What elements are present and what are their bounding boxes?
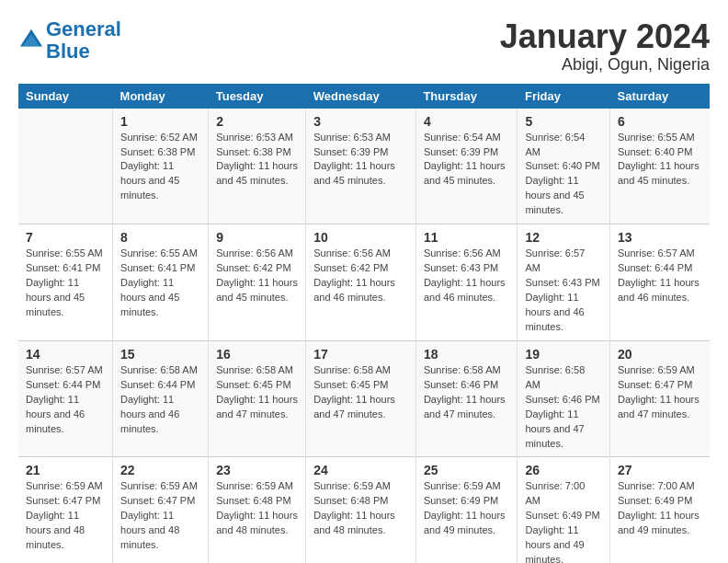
day-number: 3 bbox=[313, 114, 408, 129]
header-day-thursday: Thursday bbox=[415, 84, 518, 109]
cell-info: Sunrise: 6:54 AMSunset: 6:39 PMDaylight:… bbox=[424, 131, 510, 190]
day-number: 13 bbox=[618, 230, 702, 245]
calendar-cell: 2Sunrise: 6:53 AMSunset: 6:38 PMDaylight… bbox=[209, 109, 306, 224]
calendar-cell: 20Sunrise: 6:59 AMSunset: 6:47 PMDayligh… bbox=[610, 340, 711, 457]
week-row-1: 7Sunrise: 6:55 AMSunset: 6:41 PMDaylight… bbox=[18, 224, 710, 341]
day-number: 21 bbox=[26, 463, 105, 477]
day-number: 8 bbox=[120, 230, 200, 245]
week-row-0: 1Sunrise: 6:52 AMSunset: 6:38 PMDaylight… bbox=[18, 109, 710, 224]
cell-info: Sunrise: 6:59 AMSunset: 6:47 PMDaylight:… bbox=[120, 479, 200, 553]
day-number: 11 bbox=[424, 230, 510, 245]
header-day-friday: Friday bbox=[518, 84, 610, 109]
cell-info: Sunrise: 6:58 AMSunset: 6:46 PMDaylight:… bbox=[525, 363, 602, 452]
day-number: 25 bbox=[424, 463, 510, 477]
calendar-cell: 15Sunrise: 6:58 AMSunset: 6:44 PMDayligh… bbox=[113, 340, 209, 457]
cell-info: Sunrise: 6:55 AMSunset: 6:40 PMDaylight:… bbox=[618, 131, 702, 190]
cell-info: Sunrise: 6:52 AMSunset: 6:38 PMDaylight:… bbox=[120, 131, 200, 204]
page-header: General Blue January 2024 Abigi, Ogun, N… bbox=[18, 18, 710, 75]
title-block: January 2024 Abigi, Ogun, Nigeria bbox=[500, 18, 710, 75]
day-number: 18 bbox=[424, 347, 510, 362]
calendar-cell: 4Sunrise: 6:54 AMSunset: 6:39 PMDaylight… bbox=[415, 109, 518, 224]
cell-info: Sunrise: 6:57 AMSunset: 6:44 PMDaylight:… bbox=[26, 363, 105, 437]
cell-info: Sunrise: 6:55 AMSunset: 6:41 PMDaylight:… bbox=[26, 247, 105, 320]
week-row-3: 21Sunrise: 6:59 AMSunset: 6:47 PMDayligh… bbox=[18, 457, 710, 563]
cell-info: Sunrise: 6:54 AMSunset: 6:40 PMDaylight:… bbox=[525, 131, 602, 219]
calendar-cell: 6Sunrise: 6:55 AMSunset: 6:40 PMDaylight… bbox=[610, 109, 711, 224]
day-number: 15 bbox=[120, 347, 200, 362]
calendar-cell: 26Sunrise: 7:00 AMSunset: 6:49 PMDayligh… bbox=[518, 457, 610, 563]
calendar-cell: 24Sunrise: 6:59 AMSunset: 6:48 PMDayligh… bbox=[306, 457, 416, 563]
calendar-cell: 18Sunrise: 6:58 AMSunset: 6:46 PMDayligh… bbox=[415, 340, 518, 457]
day-number: 24 bbox=[313, 463, 408, 477]
cell-info: Sunrise: 6:57 AMSunset: 6:43 PMDaylight:… bbox=[525, 247, 602, 335]
cell-info: Sunrise: 6:56 AMSunset: 6:42 PMDaylight:… bbox=[313, 247, 408, 305]
calendar-cell: 16Sunrise: 6:58 AMSunset: 6:45 PMDayligh… bbox=[209, 340, 306, 457]
cell-info: Sunrise: 7:00 AMSunset: 6:49 PMDaylight:… bbox=[525, 479, 602, 563]
calendar-cell: 1Sunrise: 6:52 AMSunset: 6:38 PMDaylight… bbox=[113, 109, 209, 224]
header-day-monday: Monday bbox=[113, 84, 209, 109]
day-number: 23 bbox=[216, 463, 298, 477]
page-subtitle: Abigi, Ogun, Nigeria bbox=[500, 55, 710, 75]
calendar-cell: 12Sunrise: 6:57 AMSunset: 6:43 PMDayligh… bbox=[518, 224, 610, 341]
calendar-cell: 19Sunrise: 6:58 AMSunset: 6:46 PMDayligh… bbox=[518, 340, 610, 457]
calendar-cell: 23Sunrise: 6:59 AMSunset: 6:48 PMDayligh… bbox=[209, 457, 306, 563]
day-number: 16 bbox=[216, 347, 298, 362]
week-row-2: 14Sunrise: 6:57 AMSunset: 6:44 PMDayligh… bbox=[18, 340, 710, 457]
day-number: 12 bbox=[525, 230, 602, 245]
calendar-cell: 22Sunrise: 6:59 AMSunset: 6:47 PMDayligh… bbox=[113, 457, 209, 563]
header-day-saturday: Saturday bbox=[610, 84, 711, 109]
calendar-cell: 25Sunrise: 6:59 AMSunset: 6:49 PMDayligh… bbox=[415, 457, 518, 563]
cell-info: Sunrise: 6:59 AMSunset: 6:48 PMDaylight:… bbox=[313, 479, 408, 538]
day-number: 7 bbox=[26, 230, 105, 245]
day-number: 19 bbox=[525, 347, 602, 362]
calendar-cell: 10Sunrise: 6:56 AMSunset: 6:42 PMDayligh… bbox=[306, 224, 416, 341]
page-title: January 2024 bbox=[500, 18, 710, 55]
calendar-table: SundayMondayTuesdayWednesdayThursdayFrid… bbox=[18, 84, 710, 563]
day-number: 14 bbox=[26, 347, 105, 362]
day-number: 10 bbox=[313, 230, 408, 245]
calendar-cell: 8Sunrise: 6:55 AMSunset: 6:41 PMDaylight… bbox=[113, 224, 209, 341]
calendar-cell: 27Sunrise: 7:00 AMSunset: 6:49 PMDayligh… bbox=[610, 457, 711, 563]
calendar-cell: 17Sunrise: 6:58 AMSunset: 6:45 PMDayligh… bbox=[306, 340, 416, 457]
cell-info: Sunrise: 6:58 AMSunset: 6:45 PMDaylight:… bbox=[313, 363, 408, 422]
cell-info: Sunrise: 6:56 AMSunset: 6:43 PMDaylight:… bbox=[424, 247, 510, 305]
cell-info: Sunrise: 6:58 AMSunset: 6:46 PMDaylight:… bbox=[424, 363, 510, 422]
cell-info: Sunrise: 6:59 AMSunset: 6:47 PMDaylight:… bbox=[618, 363, 702, 422]
header-day-tuesday: Tuesday bbox=[209, 84, 306, 109]
header-row: SundayMondayTuesdayWednesdayThursdayFrid… bbox=[18, 84, 710, 109]
logo-text: General Blue bbox=[46, 18, 121, 63]
cell-info: Sunrise: 6:59 AMSunset: 6:48 PMDaylight:… bbox=[216, 479, 298, 538]
day-number: 2 bbox=[216, 114, 298, 129]
cell-info: Sunrise: 7:00 AMSunset: 6:49 PMDaylight:… bbox=[618, 479, 702, 538]
day-number: 5 bbox=[525, 114, 602, 129]
calendar-cell: 21Sunrise: 6:59 AMSunset: 6:47 PMDayligh… bbox=[18, 457, 113, 563]
cell-info: Sunrise: 6:56 AMSunset: 6:42 PMDaylight:… bbox=[216, 247, 298, 305]
day-number: 9 bbox=[216, 230, 298, 245]
logo-icon bbox=[18, 28, 44, 53]
calendar-cell: 9Sunrise: 6:56 AMSunset: 6:42 PMDaylight… bbox=[209, 224, 306, 341]
day-number: 4 bbox=[424, 114, 510, 129]
cell-info: Sunrise: 6:59 AMSunset: 6:49 PMDaylight:… bbox=[424, 479, 510, 538]
day-number: 1 bbox=[120, 114, 200, 129]
cell-info: Sunrise: 6:57 AMSunset: 6:44 PMDaylight:… bbox=[618, 247, 702, 305]
header-day-sunday: Sunday bbox=[18, 84, 113, 109]
cell-info: Sunrise: 6:58 AMSunset: 6:44 PMDaylight:… bbox=[120, 363, 200, 437]
day-number: 22 bbox=[120, 463, 200, 477]
calendar-cell: 14Sunrise: 6:57 AMSunset: 6:44 PMDayligh… bbox=[18, 340, 113, 457]
cell-info: Sunrise: 6:53 AMSunset: 6:39 PMDaylight:… bbox=[313, 131, 408, 190]
cell-info: Sunrise: 6:55 AMSunset: 6:41 PMDaylight:… bbox=[120, 247, 200, 320]
cell-info: Sunrise: 6:59 AMSunset: 6:47 PMDaylight:… bbox=[26, 479, 105, 553]
calendar-cell: 5Sunrise: 6:54 AMSunset: 6:40 PMDaylight… bbox=[518, 109, 610, 224]
day-number: 6 bbox=[618, 114, 702, 129]
day-number: 17 bbox=[313, 347, 408, 362]
calendar-cell bbox=[18, 109, 113, 224]
calendar-cell: 7Sunrise: 6:55 AMSunset: 6:41 PMDaylight… bbox=[18, 224, 113, 341]
calendar-cell: 11Sunrise: 6:56 AMSunset: 6:43 PMDayligh… bbox=[415, 224, 518, 341]
cell-info: Sunrise: 6:53 AMSunset: 6:38 PMDaylight:… bbox=[216, 131, 298, 190]
header-day-wednesday: Wednesday bbox=[306, 84, 416, 109]
logo: General Blue bbox=[18, 18, 121, 63]
cell-info: Sunrise: 6:58 AMSunset: 6:45 PMDaylight:… bbox=[216, 363, 298, 422]
calendar-cell: 13Sunrise: 6:57 AMSunset: 6:44 PMDayligh… bbox=[610, 224, 711, 341]
day-number: 27 bbox=[618, 463, 702, 477]
day-number: 20 bbox=[618, 347, 702, 362]
